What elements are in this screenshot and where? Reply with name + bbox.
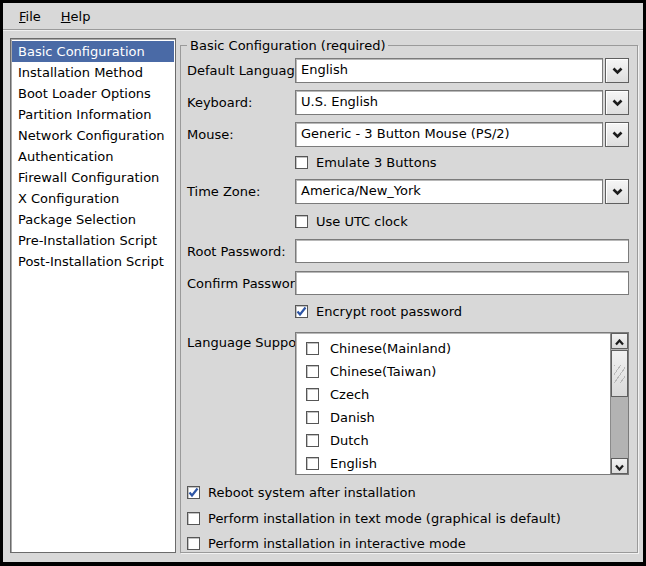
- interactive-mode-label: Perform installation in interactive mode: [208, 536, 466, 551]
- time-zone-value[interactable]: America/New_York: [295, 179, 603, 204]
- language-dutch-checkbox[interactable]: [306, 434, 319, 447]
- chevron-down-icon: [612, 95, 623, 110]
- sidebar-item-package-selection[interactable]: Package Selection: [12, 209, 174, 230]
- language-label: Dutch: [330, 433, 369, 448]
- language-support-label: Language Support:: [187, 332, 295, 350]
- default-language-label: Default Language:: [187, 63, 295, 78]
- emulate-3-buttons-label: Emulate 3 Buttons: [316, 155, 437, 170]
- basic-configuration-frame: Basic Configuration (required) Default L…: [180, 38, 638, 553]
- default-language-dropdown-button[interactable]: [605, 58, 629, 83]
- emulate-3-buttons-checkbox-row[interactable]: Emulate 3 Buttons: [295, 155, 629, 170]
- interactive-mode-checkbox-row[interactable]: Perform installation in interactive mode: [187, 536, 629, 551]
- text-mode-checkbox[interactable]: [187, 512, 200, 525]
- root-password-field[interactable]: [295, 239, 629, 263]
- text-mode-checkbox-row[interactable]: Perform installation in text mode (graph…: [187, 511, 629, 526]
- reboot-after-install-label: Reboot system after installation: [208, 485, 416, 500]
- chevron-down-icon: [612, 127, 623, 142]
- menu-file[interactable]: File: [9, 6, 51, 27]
- encrypt-root-password-label: Encrypt root password: [316, 304, 462, 319]
- keyboard-label: Keyboard:: [187, 95, 295, 110]
- sidebar-item-authentication[interactable]: Authentication: [12, 146, 174, 167]
- language-chinese-mainland-checkbox[interactable]: [306, 342, 319, 355]
- menu-help-mnemonic: H: [61, 9, 71, 24]
- keyboard-combobox[interactable]: U.S. English: [295, 90, 629, 115]
- list-item[interactable]: English: [306, 452, 610, 474]
- default-language-value[interactable]: English: [295, 58, 603, 83]
- interactive-mode-checkbox[interactable]: [187, 537, 200, 550]
- sidebar-item-basic-configuration[interactable]: Basic Configuration: [12, 41, 174, 62]
- use-utc-checkbox-row[interactable]: Use UTC clock: [295, 214, 629, 229]
- menu-help-rest: elp: [71, 9, 91, 24]
- sidebar-item-firewall-configuration[interactable]: Firewall Configuration: [12, 167, 174, 188]
- list-item[interactable]: Chinese(Mainland): [306, 337, 610, 360]
- chevron-up-icon: [615, 334, 624, 349]
- language-chinese-taiwan-checkbox[interactable]: [306, 365, 319, 378]
- sidebar-item-x-configuration[interactable]: X Configuration: [12, 188, 174, 209]
- chevron-down-icon: [615, 459, 624, 474]
- chevron-down-icon: [612, 184, 623, 199]
- mouse-dropdown-button[interactable]: [605, 122, 629, 147]
- menu-file-rest: ile: [26, 9, 41, 24]
- language-label: Chinese(Taiwan): [330, 364, 436, 379]
- menubar: File Help: [3, 3, 643, 29]
- sidebar-item-installation-method[interactable]: Installation Method: [12, 62, 174, 83]
- list-item[interactable]: Chinese(Taiwan): [306, 360, 610, 383]
- default-language-combobox[interactable]: English: [295, 58, 629, 83]
- language-label: Chinese(Mainland): [330, 341, 451, 356]
- mouse-label: Mouse:: [187, 127, 295, 142]
- language-czech-checkbox[interactable]: [306, 388, 319, 401]
- time-zone-combobox[interactable]: America/New_York: [295, 179, 629, 204]
- sidebar-item-network-configuration[interactable]: Network Configuration: [12, 125, 174, 146]
- language-label: English: [330, 456, 377, 471]
- use-utc-checkbox[interactable]: [295, 215, 308, 228]
- confirm-password-field[interactable]: [295, 271, 629, 295]
- encrypt-root-password-checkbox[interactable]: [295, 305, 308, 318]
- sidebar-item-boot-loader-options[interactable]: Boot Loader Options: [12, 83, 174, 104]
- sidebar-item-post-installation-script[interactable]: Post-Installation Script: [12, 251, 174, 272]
- use-utc-label: Use UTC clock: [316, 214, 408, 229]
- chevron-down-icon: [612, 63, 623, 78]
- main-area: Basic Configuration Installation Method …: [3, 31, 643, 562]
- language-support-list-content: Chinese(Mainland) Chinese(Taiwan) Czech: [296, 333, 610, 474]
- keyboard-value[interactable]: U.S. English: [295, 90, 603, 115]
- list-item[interactable]: Dutch: [306, 429, 610, 452]
- confirm-password-label: Confirm Password:: [187, 276, 295, 291]
- keyboard-dropdown-button[interactable]: [605, 90, 629, 115]
- emulate-3-buttons-checkbox[interactable]: [295, 156, 308, 169]
- reboot-after-install-checkbox-row[interactable]: Reboot system after installation: [187, 485, 629, 500]
- scrollbar-thumb[interactable]: [611, 350, 628, 397]
- list-item[interactable]: Danish: [306, 406, 610, 429]
- language-label: Danish: [330, 410, 375, 425]
- language-danish-checkbox[interactable]: [306, 411, 319, 424]
- scrollbar-trough[interactable]: [611, 397, 628, 458]
- time-zone-dropdown-button[interactable]: [605, 179, 629, 204]
- reboot-after-install-checkbox[interactable]: [187, 486, 200, 499]
- sidebar-item-pre-installation-script[interactable]: Pre-Installation Script: [12, 230, 174, 251]
- language-english-checkbox[interactable]: [306, 457, 319, 470]
- time-zone-label: Time Zone:: [187, 184, 295, 199]
- mouse-combobox[interactable]: Generic - 3 Button Mouse (PS/2): [295, 122, 629, 147]
- scroll-down-button[interactable]: [611, 458, 628, 474]
- language-support-list: Chinese(Mainland) Chinese(Taiwan) Czech: [295, 332, 629, 475]
- sidebar-item-partition-information[interactable]: Partition Information: [12, 104, 174, 125]
- language-label: Czech: [330, 387, 369, 402]
- text-mode-label: Perform installation in text mode (graph…: [208, 511, 561, 526]
- encrypt-root-password-checkbox-row[interactable]: Encrypt root password: [295, 304, 629, 319]
- frame-legend: Basic Configuration (required): [187, 38, 388, 53]
- list-item[interactable]: Czech: [306, 383, 610, 406]
- root-password-label: Root Password:: [187, 244, 295, 259]
- menu-help[interactable]: Help: [51, 6, 101, 27]
- scroll-up-button[interactable]: [611, 333, 628, 349]
- kickstart-configurator-window: File Help Basic Configuration Installati…: [0, 0, 646, 566]
- section-list: Basic Configuration Installation Method …: [10, 38, 176, 553]
- mouse-value[interactable]: Generic - 3 Button Mouse (PS/2): [295, 122, 603, 147]
- vertical-scrollbar[interactable]: [610, 333, 628, 474]
